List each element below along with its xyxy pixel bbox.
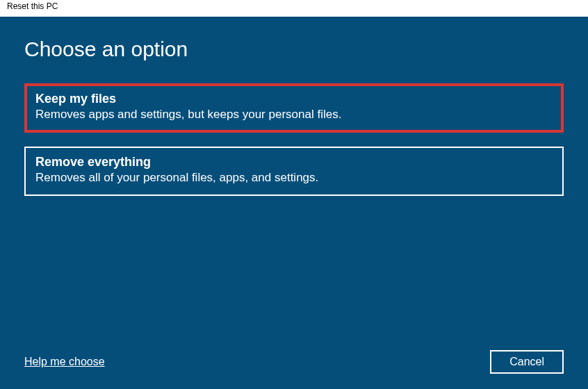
- window-title: Reset this PC: [0, 0, 588, 17]
- reset-pc-dialog: Choose an option Keep my files Removes a…: [0, 17, 588, 389]
- dialog-footer: Help me choose Cancel: [24, 350, 564, 374]
- option-description: Removes apps and settings, but keeps you…: [35, 108, 553, 122]
- option-remove-everything[interactable]: Remove everything Removes all of your pe…: [24, 147, 564, 196]
- option-description: Removes all of your personal files, apps…: [35, 171, 553, 185]
- option-title: Remove everything: [35, 155, 553, 169]
- cancel-button[interactable]: Cancel: [490, 350, 564, 374]
- help-me-choose-link[interactable]: Help me choose: [24, 356, 105, 368]
- page-title: Choose an option: [24, 38, 564, 61]
- option-keep-my-files[interactable]: Keep my files Removes apps and settings,…: [24, 83, 564, 133]
- option-title: Keep my files: [35, 92, 553, 106]
